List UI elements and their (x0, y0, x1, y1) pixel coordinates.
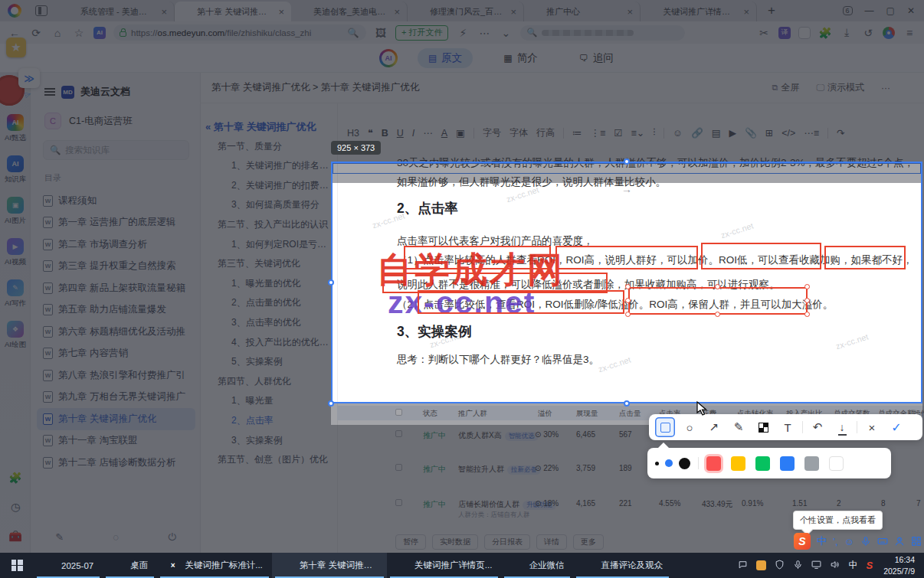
ellipse-tool[interactable]: ○ (680, 417, 700, 437)
doc-list-item[interactable]: W 第七章 内容营销 (31, 343, 200, 365)
doc-list-item[interactable]: W 第九章 万相台无界关键词推广 (31, 387, 200, 409)
tray-display-icon[interactable] (811, 559, 821, 573)
rail-item[interactable]: ❖ AI绘图 (0, 321, 31, 350)
col-header[interactable]: 状态 (423, 409, 437, 419)
browser-tab[interactable]: 系统管理 - 美迪云管理 × (58, 2, 175, 21)
reload-icon[interactable]: ⟳ (29, 27, 43, 39)
color-gray[interactable] (804, 456, 819, 471)
text-tool[interactable]: T (778, 417, 798, 437)
tab-close-icon[interactable]: × (624, 6, 635, 18)
tab-close-icon[interactable]: × (159, 6, 169, 18)
taskbar-app[interactable]: 企业微信 (501, 553, 573, 578)
browser-tab[interactable]: 第十章 关键词推广优化 × (175, 2, 291, 21)
checkbox-list-icon[interactable]: ☑ (614, 127, 622, 139)
close-icon[interactable]: ✕ (907, 5, 915, 16)
line-height-select[interactable]: 行高 (536, 126, 555, 139)
more-options-icon[interactable]: ⋯ (477, 27, 491, 39)
color-blue[interactable] (780, 456, 795, 471)
emoji-icon[interactable]: ☺ (844, 536, 854, 547)
table-action-button[interactable]: 暂停 (395, 534, 426, 550)
toc-item[interactable]: 2、点击率 (201, 411, 337, 431)
red-annotation-rect[interactable] (418, 290, 624, 314)
table-action-button[interactable]: 实时数据 (432, 534, 478, 550)
knowledge-search-input[interactable]: 🔍 搜索知识库 (43, 140, 189, 160)
table-action-button[interactable]: 更多 (573, 534, 604, 550)
sync-icon[interactable]: ◌ (113, 531, 119, 544)
rail-item[interactable]: ✎ AI写作 (0, 279, 31, 309)
resize-handle[interactable] (715, 284, 720, 289)
color-white[interactable] (829, 456, 844, 471)
pen-tool[interactable]: ✎ (729, 417, 749, 437)
toc-item[interactable]: 1、曝光量 (201, 391, 337, 411)
taskbar-app[interactable]: × 关键词推广标准计... (157, 553, 272, 578)
taskbar-app[interactable]: 桌面 (103, 553, 157, 578)
taskbar-app[interactable]: 关键词推广详情页... (387, 553, 502, 578)
heading-select[interactable]: H3 (347, 128, 359, 139)
red-annotation-rect[interactable] (701, 243, 821, 269)
toc-item[interactable]: 第三节、关键词优化 (201, 254, 337, 274)
history-icon[interactable]: ◷ (11, 501, 20, 513)
search-icon[interactable]: 🔍 (346, 28, 360, 38)
page-search-bar[interactable]: 🔍 (520, 25, 685, 41)
browser-tab[interactable]: 关键词推广详情页_万相 × (641, 2, 757, 21)
mic-icon[interactable] (860, 536, 871, 547)
toc-item[interactable]: 3、点击率的优化 (201, 313, 337, 333)
toc-item[interactable]: 1、如何判定ROI是亏是赚 (201, 235, 337, 255)
taskbar-clock[interactable]: 16:34 2025/7/9 (880, 553, 924, 578)
align-icon[interactable]: ≡⌄ (631, 127, 644, 139)
resize-handle[interactable] (625, 312, 631, 317)
bold-icon[interactable]: B (382, 128, 388, 139)
cancel-button[interactable]: × (862, 417, 882, 437)
address-bar[interactable]: https://os.medeyun.com/file/zhishiku/cla… (113, 24, 366, 41)
toc-item[interactable]: 2、关键词推广的扣费公式 (201, 176, 337, 196)
doc-list-item[interactable]: W 第一章 运营推广的底层逻辑 (31, 212, 200, 234)
taskbar-app[interactable]: 2025-07 (34, 553, 103, 578)
taskbar-app[interactable]: 直播评论及观众 (573, 553, 672, 578)
present-mode-button[interactable]: 🖵演示模式 (816, 81, 864, 94)
bookmark-star-icon[interactable]: ☆ (72, 27, 86, 39)
browser-tab[interactable]: 修理澳门风云_百度搜索 × (408, 2, 524, 21)
tab-close-icon[interactable]: × (392, 6, 402, 18)
flash-icon[interactable]: ⚡ (456, 27, 470, 39)
tab-original[interactable]: ▤ 原文 (418, 48, 473, 68)
capture-handle[interactable] (328, 400, 334, 407)
taskbar-app[interactable]: 第十章 关键词推广... (272, 553, 387, 578)
col-header[interactable]: 展现量 (576, 409, 598, 419)
toc-item[interactable]: 5、实操案例 (201, 352, 337, 372)
resize-handle[interactable] (804, 298, 810, 303)
keyboard-icon[interactable] (877, 536, 888, 547)
red-annotation-rect[interactable] (404, 246, 551, 269)
maximize-icon[interactable]: ▢ (886, 5, 895, 16)
col-header[interactable]: 推广人群 (458, 409, 487, 419)
collapse-up-icon[interactable]: ≫ (18, 68, 40, 88)
browser-profile-icon[interactable] (883, 27, 895, 39)
browser-profile-avatar[interactable] (8, 4, 21, 18)
start-button[interactable] (0, 553, 34, 578)
doc-list-item[interactable]: W 第十一章 淘宝联盟 (31, 430, 200, 452)
toc-item[interactable]: 第二节、投入产出比的认识 (201, 215, 337, 235)
col-header[interactable]: 点击量 (619, 409, 641, 419)
favorite-star-icon[interactable]: ★ (6, 38, 26, 57)
doc-list-item[interactable]: W 第十二章 店铺诊断数据分析 (31, 452, 200, 474)
ordered-list-icon[interactable]: ⋮≡ (590, 127, 605, 139)
doc-list-item[interactable]: W 第三章 提升权重之自然搜索 (31, 256, 200, 278)
table-action-button[interactable]: 详情 (536, 534, 567, 550)
toc-item[interactable]: 第四节、人群优化 (201, 372, 337, 392)
rect-tool[interactable] (655, 417, 675, 437)
resize-handle[interactable] (804, 284, 810, 289)
download-icon[interactable]: ⤓ (840, 26, 854, 39)
tab-count-badge[interactable]: 6 (843, 6, 853, 15)
tray-mic-icon[interactable] (793, 559, 803, 573)
resize-handle[interactable] (625, 284, 631, 289)
tray-chat-icon[interactable] (738, 559, 748, 573)
rail-item[interactable]: AI AI甄选 (0, 114, 31, 143)
extension-icon[interactable]: 🧩 (8, 472, 21, 484)
power-icon[interactable]: ⏻ (169, 531, 176, 544)
emoji-icon[interactable]: ☺ (673, 128, 683, 139)
fullscreen-button[interactable]: ⧉全屏 (772, 81, 800, 94)
sidebar-menu-icon[interactable] (44, 88, 55, 96)
col-checkbox[interactable] (395, 409, 402, 417)
insert-video-icon[interactable]: ▶ (729, 127, 737, 139)
doc-list-item[interactable]: W 第六章 标题精细优化及活动推 (31, 321, 200, 343)
more-format-icon[interactable]: ⋯ (423, 127, 433, 139)
